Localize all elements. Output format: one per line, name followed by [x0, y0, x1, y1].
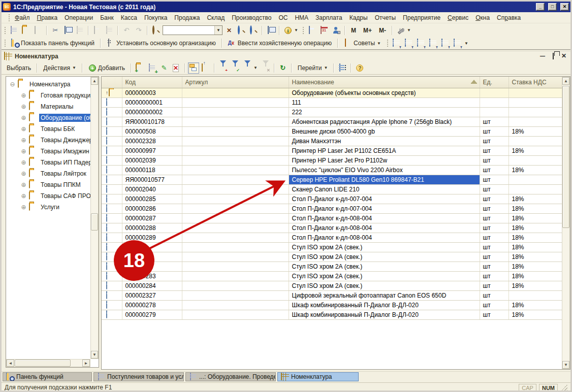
enter-operation-button[interactable]: Дк Ввести хозяйственную операцию — [225, 38, 335, 49]
table-row[interactable]: 000000279Шкаф комбинированный П-Диалог В… — [102, 310, 562, 319]
cell-code[interactable] — [122, 242, 182, 252]
cell-code[interactable]: 000000118 — [122, 165, 182, 175]
cell-vat[interactable] — [509, 175, 562, 184]
window-tab[interactable]: ...: Оборудование. Проведе... — [185, 372, 276, 381]
scroll-right-button[interactable]: ► — [82, 360, 90, 367]
minimize-button[interactable]: _ — [536, 3, 545, 11]
tree-item[interactable]: ⊕Товары ИП Падери — [6, 157, 90, 168]
menu-item-правка[interactable]: Правка — [34, 13, 61, 22]
print-preview-button[interactable] — [104, 25, 115, 36]
cell-unit[interactable]: шт — [480, 184, 509, 194]
cell-article[interactable] — [182, 126, 289, 136]
cell-name[interactable]: Стул ISO хром 2А (свек.) — [289, 281, 480, 290]
toolbar-drag-handle[interactable] — [386, 39, 389, 48]
cell-vat[interactable] — [509, 97, 562, 107]
table-row[interactable]: Стул ISO хром 2А (свек.)шт18% — [102, 242, 562, 252]
cell-unit[interactable]: шт — [480, 310, 509, 319]
find-previous-button[interactable] — [248, 25, 259, 36]
calculator-button[interactable] — [306, 25, 317, 36]
tree-item-label[interactable]: Номенклатура — [28, 80, 72, 88]
table-row[interactable]: 000000997Принтер HP Laser Jet P1102 CE65… — [102, 146, 562, 155]
cell-vat[interactable]: 18% — [509, 233, 562, 242]
table-row[interactable]: 000000508Внешние диски 0500-4000 gbшт18% — [102, 126, 562, 136]
scroll-up-button[interactable]: ▲ — [91, 77, 98, 85]
expand-icon[interactable]: ⊕ — [20, 125, 27, 133]
forward-button[interactable]: ↷ — [133, 25, 144, 36]
user-lock-button[interactable] — [331, 25, 342, 36]
cell-article[interactable] — [182, 194, 289, 204]
report-table-button-1[interactable] — [391, 38, 402, 49]
cell-article[interactable] — [182, 281, 289, 290]
memory-m-plus-button[interactable]: M+ — [360, 25, 375, 36]
tree-item[interactable]: ⊕Товары Имэджин — [6, 146, 90, 157]
report-table-button-6[interactable] — [452, 38, 463, 49]
menu-item-зарплата[interactable]: Зарплата — [312, 13, 346, 22]
cell-article[interactable] — [182, 107, 289, 117]
cell-article[interactable] — [182, 242, 289, 252]
tree-item[interactable]: ⊕Товары САФ ПРОМ — [6, 190, 90, 202]
cell-code[interactable]: ЯЯ000010178 — [122, 117, 182, 126]
scroll-thumb[interactable] — [91, 213, 98, 231]
tree-vertical-scrollbar[interactable]: ▲ ▼ — [90, 77, 99, 359]
cell-code[interactable] — [122, 252, 182, 262]
toolbar-drag-handle[interactable] — [302, 26, 304, 35]
cell-unit[interactable] — [480, 88, 509, 97]
cell-code[interactable]: 000002327 — [122, 290, 182, 300]
advice-button[interactable]: Советы▼ — [341, 38, 384, 49]
expand-icon[interactable]: ⊕ — [20, 181, 27, 188]
doc-restore-button[interactable] — [549, 53, 557, 60]
cell-code[interactable]: 000000287 — [122, 213, 182, 223]
icon-column-header[interactable] — [102, 77, 122, 88]
expand-icon[interactable]: ⊕ — [20, 159, 27, 166]
cell-name[interactable]: Стол П-Диалог к-дл-008-004 — [289, 223, 480, 233]
cell-name[interactable]: Стол П-Диалог к-дл-008-004 — [289, 213, 480, 223]
menu-item-продажа[interactable]: Продажа — [171, 13, 203, 22]
cell-vat[interactable]: 18% — [509, 252, 562, 262]
list-settings-button[interactable] — [337, 62, 348, 74]
menu-item-предприятие[interactable]: Предприятие — [399, 13, 444, 22]
tree-item-label[interactable]: Товары САФ ПРОМ — [39, 192, 90, 200]
cell-code[interactable]: 000000284 — [122, 281, 182, 290]
cell-article[interactable] — [182, 136, 289, 146]
cell-article[interactable] — [182, 300, 289, 310]
maximize-button[interactable]: □ — [548, 3, 557, 11]
cell-vat[interactable]: 18% — [509, 146, 562, 155]
cell-vat[interactable]: 18% — [509, 262, 562, 271]
table-row[interactable]: 000002040Сканер Canon LIDE 210шт — [102, 184, 562, 194]
cell-unit[interactable]: шт — [480, 146, 509, 155]
toolbar-drag-handle[interactable] — [4, 39, 6, 48]
cell-unit[interactable]: шт — [480, 117, 509, 126]
cell-unit[interactable]: шт — [480, 233, 509, 242]
tree-item-label[interactable]: Товары ББК — [39, 125, 76, 133]
table-row[interactable]: 000000283Стул ISO хром 2А (свек.)шт18% — [102, 271, 562, 281]
cell-vat[interactable]: 18% — [509, 204, 562, 213]
menu-item-операции[interactable]: Операции — [61, 13, 97, 22]
menu-item-банк[interactable]: Банк — [97, 13, 117, 22]
toolbar-drag-handle[interactable] — [4, 26, 6, 35]
cell-name[interactable]: Шкаф комбинированный П-Диалог В-ДЛ-020 — [289, 310, 480, 319]
menu-item-производство[interactable]: Производство — [228, 13, 275, 22]
cell-unit[interactable]: шт — [480, 136, 509, 146]
collapse-icon[interactable]: ⊖ — [9, 81, 16, 88]
cell-article[interactable] — [182, 271, 289, 281]
cell-name[interactable]: Диван Манхэттэн — [289, 136, 480, 146]
scroll-down-button[interactable]: ▼ — [562, 361, 569, 369]
cell-article[interactable] — [182, 146, 289, 155]
cell-name[interactable]: Абонентская радиостанция Apple Iphone 7 … — [289, 117, 480, 126]
scroll-thumb[interactable] — [562, 86, 569, 228]
add-group-button[interactable] — [134, 62, 145, 74]
window-tab[interactable]: Поступления товаров и услуг — [93, 372, 184, 381]
tools-button[interactable]: ▼ — [395, 25, 412, 36]
cell-unit[interactable]: шт — [480, 223, 509, 233]
cell-unit[interactable]: шт — [480, 204, 509, 213]
cell-code[interactable]: 000000289 — [122, 233, 182, 242]
cell-name[interactable]: Принтер HP Laser Jet Pro P1102w — [289, 155, 480, 165]
report-table-button-2[interactable] — [403, 38, 414, 49]
menu-item-ос[interactable]: ОС — [275, 13, 291, 22]
cell-vat[interactable]: 18% — [509, 300, 562, 310]
cell-vat[interactable]: 18% — [509, 281, 562, 290]
back-button[interactable]: ↶ — [121, 25, 132, 36]
info-button[interactable]: i▼ — [282, 25, 300, 36]
cell-code[interactable]: ЯЯ000010577 — [122, 175, 182, 184]
cell-vat[interactable]: 18% — [509, 310, 562, 319]
